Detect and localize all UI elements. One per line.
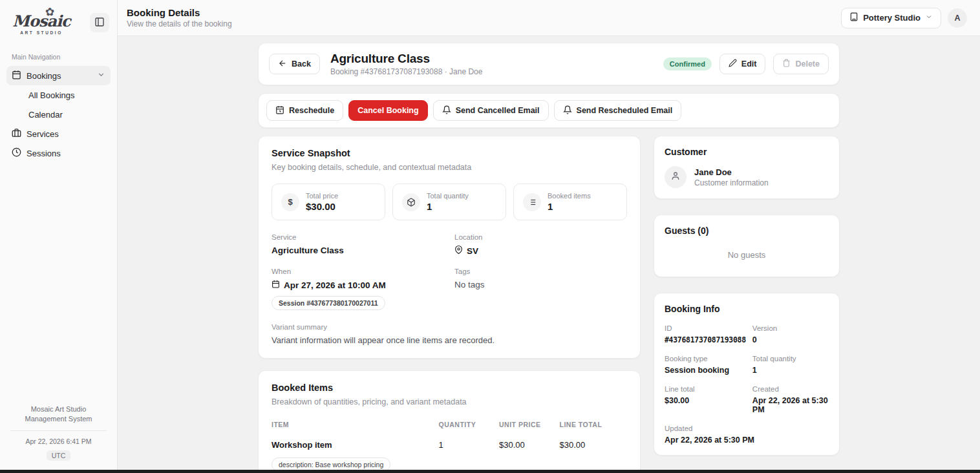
content-scroll-area[interactable]: Back Agriculture Class Booking #43768173… [118,36,980,470]
field-location: Location SV [454,233,627,256]
info-field-booking-type: Booking type Session booking [665,355,746,375]
booking-subtitle: Booking #437681737087193088 · Jane Doe [330,67,653,76]
sidebar-item-services[interactable]: Services [6,124,111,143]
calendar-icon [272,280,280,290]
footer-divider [10,430,107,431]
reschedule-button[interactable]: Reschedule [266,100,343,121]
field-label: Service [272,233,444,241]
delete-label: Delete [795,59,820,68]
guests-card: Guests (0) No guests [654,215,840,277]
arrow-left-icon [278,59,287,70]
column-header-quantity: Quantity [439,415,500,435]
stat-total-quantity: Total quantity 1 [392,184,506,220]
sidebar-item-label: Calendar [28,110,63,120]
app-window: ✿ Mosaic ART STUDIO Main Navigation Book… [0,0,980,470]
info-field-id: ID #437681737087193088 [665,324,746,344]
booking-actions-card: Reschedule Cancel Booking Send Cancelled… [258,93,840,128]
briefcase-icon [12,128,21,140]
service-snapshot-card: Service Snapshot Key booking details, sc… [258,136,641,359]
field-variant-summary: Variant summary Variant information will… [272,323,627,345]
building-icon [849,12,858,23]
stat-booked-items: Booked items 1 [513,184,627,220]
window-edge [0,470,980,473]
info-value: $30.00 [665,396,746,405]
dollar-icon: $ [281,193,299,211]
info-value: 0 [752,335,829,344]
table-row-description: description: Base workshop pricing [272,452,627,470]
info-field-line-total: Line total $30.00 [665,385,746,414]
info-value: #437681737087193088 [665,335,746,344]
org-switcher-button[interactable]: Pottery Studio [841,8,941,28]
main-area: Booking Details View the details of the … [118,0,980,470]
delete-button[interactable]: Delete [773,54,829,74]
field-service: Service Agriculture Class [272,233,444,256]
user-avatar[interactable]: A [948,8,967,28]
info-value: Apr 22, 2026 at 5:30 PM [665,436,829,445]
item-line-total: $30.00 [560,435,628,452]
timezone-badge: UTC [47,450,71,461]
sidebar-item-bookings[interactable]: Bookings [6,66,111,85]
booking-info-title: Booking Info [665,304,829,314]
field-label: When [272,268,444,275]
bell-icon [442,105,451,116]
field-value: Variant information will appear once lin… [272,335,627,345]
sidebar-toggle-button[interactable] [90,13,109,32]
info-label: Created [752,385,829,393]
customer-title: Customer [665,147,829,157]
item-quantity: 1 [439,435,500,452]
back-label: Back [292,59,311,68]
sidebar-item-sessions[interactable]: Sessions [6,143,111,163]
sidebar-item-label: Bookings [27,71,61,81]
panel-left-icon [94,17,105,29]
bell-icon [563,105,572,116]
field-value: Agriculture Class [272,246,444,255]
info-label: Line total [665,385,746,393]
item-description-badge: description: Base workshop pricing [272,457,390,470]
field-value: No tags [454,280,627,289]
sidebar-footer: Mosaic Art Studio Management System Apr … [6,405,111,461]
sidebar-item-label: Sessions [27,149,61,158]
send-cancelled-email-label: Send Cancelled Email [456,106,540,115]
cancel-booking-label: Cancel Booking [357,106,418,115]
cancel-booking-button[interactable]: Cancel Booking [348,100,427,121]
customer-subtitle: Customer information [694,178,769,187]
sidebar-item-label: All Bookings [28,90,75,100]
session-badge: Session #437677380170027011 [272,296,385,310]
info-field-total-quantity: Total quantity 1 [752,355,829,375]
column-header-item: Item [272,415,439,435]
edit-button[interactable]: Edit [719,54,766,74]
sidebar: ✿ Mosaic ART STUDIO Main Navigation Book… [0,0,118,470]
info-value: Session booking [665,366,746,375]
reschedule-label: Reschedule [289,106,334,115]
status-badge: Confirmed [663,58,712,70]
field-value: SV [467,246,478,256]
column-header-unit-price: Unit price [499,415,560,435]
brand-logo: ✿ Mosaic ART STUDIO [12,8,71,35]
info-field-version: Version 0 [752,324,829,344]
page-subtitle: View the details of the booking [127,19,232,28]
nav-section-label: Main Navigation [12,53,111,61]
booking-header-card: Back Agriculture Class Booking #43768173… [258,43,840,85]
stat-label: Booked items [548,192,591,200]
info-label: Booking type [665,355,746,363]
sidebar-item-calendar[interactable]: Calendar [6,106,111,123]
back-button[interactable]: Back [269,54,320,74]
info-value: 1 [752,366,829,375]
pencil-icon [729,59,737,69]
booked-items-title: Booked Items [272,383,627,393]
guests-title: Guests (0) [665,226,829,236]
info-value: Apr 22, 2026 at 5:30 PM [752,396,829,414]
stat-label: Total price [306,192,338,200]
package-icon [402,193,420,211]
sidebar-item-all-bookings[interactable]: All Bookings [6,87,111,103]
footer-app-name-line1: Mosaic Art Studio [6,405,111,414]
clock-icon [12,147,21,159]
service-snapshot-title: Service Snapshot [272,148,627,158]
calendar-clock-icon [275,105,284,116]
footer-app-name-line2: Management System [6,414,111,424]
send-cancelled-email-button[interactable]: Send Cancelled Email [433,100,549,121]
booking-title: Agriculture Class [330,52,653,66]
send-rescheduled-email-button[interactable]: Send Rescheduled Email [554,100,682,121]
field-label: Variant summary [272,323,627,331]
trash-icon [782,59,791,69]
